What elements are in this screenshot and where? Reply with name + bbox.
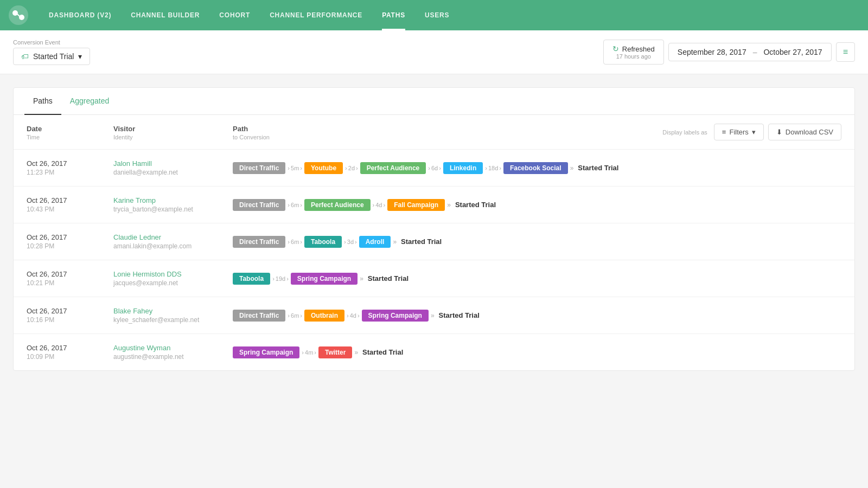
svg-point-2 [19,15,24,20]
table-row: Oct 26, 201710:43 PMKarine Tromptrycia_b… [14,186,854,223]
path-duration-4-1: 4d [350,312,356,319]
path-tag-5-0: Spring Campaign [233,346,299,358]
toolbar-left: Conversion Event 🏷 Started Trial ▾ [13,39,90,65]
refresh-button[interactable]: ↻ Refreshed 17 hours ago [603,40,664,65]
filters-label: Filters [729,128,748,136]
path-duration-0-0: 5m [291,165,299,171]
col-path-sublabel: to Conversion [233,134,270,140]
nav-link-cohort[interactable]: COHORT [209,0,260,30]
visitor-email-4: kylee_schaefer@example.net [113,316,233,324]
visitor-name-0[interactable]: Jalon Hamill [113,159,233,168]
cell-path-3: Taboola› 19d ›Spring Campaign»Started Tr… [233,273,841,285]
cell-visitor-0: Jalon Hamilldaniella@example.net [113,159,233,176]
refresh-label: Refreshed [622,45,655,53]
table-row: Oct 26, 201710:21 PMLonie Hermiston DDSj… [14,260,854,297]
col-visitor-sublabel: Identity [113,134,233,140]
path-tag-2-2: Adroll [359,236,391,248]
nav-link-channel-performance[interactable]: CHANNEL PERFORMANCE [260,0,372,30]
date-main-2: Oct 26, 2017 [27,233,113,241]
path-tag-3-1: Spring Campaign [291,273,358,285]
paths-card: PathsAggregated Date Time Visitor Identi… [13,87,855,371]
refresh-ago: 17 hours ago [616,53,651,60]
cell-path-2: Direct Traffic› 6m ›Taboola› 3d ›Adroll»… [233,236,841,248]
path-tag-2-1: Taboola [304,236,342,248]
date-main-0: Oct 26, 2017 [27,159,113,168]
download-csv-label: Download CSV [786,128,833,136]
nav-link-users[interactable]: USERS [415,0,459,30]
date-main-4: Oct 26, 2017 [27,307,113,315]
filters-list-icon: ≡ [722,128,726,136]
conversion-event-value: Started Trial [33,52,74,61]
download-csv-button[interactable]: ⬇ Download CSV [768,124,841,140]
conversion-event-button[interactable]: 🏷 Started Trial ▾ [13,48,90,65]
path-conversion-1: Started Trial [455,201,496,209]
path-duration-5-0: 4m [305,349,313,356]
path-duration-1-0: 6m [291,202,299,208]
display-filter-icon-button[interactable]: ≡ [836,42,855,62]
navigation: DASHBOARD (V2)CHANNEL BUILDERCOHORTCHANN… [0,0,868,30]
cell-date-0: Oct 26, 201711:23 PM [27,159,113,176]
filters-button[interactable]: ≡ Filters ▾ [714,124,764,140]
path-tag-4-1: Outbrain [304,310,344,322]
path-duration-2-0: 6m [291,239,299,245]
path-tag-0-2: Perfect Audience [360,162,426,174]
display-labels-label: Display labels as [662,129,707,136]
logo[interactable] [9,5,28,25]
visitor-name-3[interactable]: Lonie Hermiston DDS [113,270,233,278]
path-duration-1-1: 4d [375,202,382,208]
cell-path-4: Direct Traffic› 6m ›Outbrain› 4d ›Spring… [233,310,841,322]
visitor-name-5[interactable]: Augustine Wyman [113,344,233,352]
date-main-5: Oct 26, 2017 [27,344,113,352]
visitor-name-4[interactable]: Blake Fahey [113,307,233,315]
path-conversion-4: Started Trial [439,311,480,319]
svg-point-1 [12,10,18,16]
download-icon: ⬇ [776,128,782,136]
main-content: PathsAggregated Date Time Visitor Identi… [0,74,868,384]
path-end-arrow-1: » [447,201,451,209]
date-range-button[interactable]: September 28, 2017 – October 27, 2017 [668,43,832,61]
visitor-email-0: daniella@example.net [113,169,233,176]
col-path-header: Path to Conversion [233,125,270,140]
visitor-name-2[interactable]: Claudie Ledner [113,233,233,241]
tab-aggregated[interactable]: Aggregated [61,88,118,115]
path-conversion-5: Started Trial [362,348,403,356]
date-time-1: 10:43 PM [27,206,113,213]
path-tag-4-0: Direct Traffic [233,310,285,322]
tab-paths[interactable]: Paths [24,88,61,115]
cell-path-5: Spring Campaign› 4m ›Twitter»Started Tri… [233,346,841,358]
date-time-0: 11:23 PM [27,169,113,176]
path-tag-1-1: Perfect Audience [304,199,371,211]
path-duration-0-1: 2d [348,165,355,171]
path-arrow-0-2: › 6d › [428,165,441,171]
nav-link-paths[interactable]: PATHS [372,0,415,30]
date-main-1: Oct 26, 2017 [27,196,113,204]
cell-visitor-4: Blake Faheykylee_schaefer@example.net [113,307,233,324]
nav-link-dashboard[interactable]: DASHBOARD (V2) [39,0,121,30]
path-conversion-3: Started Trial [368,274,409,282]
path-duration-0-2: 6d [431,165,438,171]
filters-arrow-icon: ▾ [752,128,756,136]
visitor-email-1: trycia_barton@example.net [113,206,233,213]
tabs: PathsAggregated [14,88,854,115]
path-arrow-4-1: › 4d › [347,312,360,319]
cell-path-0: Direct Traffic› 5m ›Youtube› 2d ›Perfect… [233,162,841,174]
path-tag-0-1: Youtube [304,162,343,174]
path-end-arrow-3: » [360,275,363,282]
path-duration-3-0: 19d [276,275,285,282]
path-arrow-0-1: › 2d › [345,165,358,171]
tag-icon: 🏷 [21,52,29,61]
cell-date-5: Oct 26, 201710:09 PM [27,344,113,361]
path-arrow-2-0: › 6m › [288,239,302,245]
path-tag-4-2: Spring Campaign [362,310,429,322]
date-end: October 27, 2017 [763,48,822,56]
nav-link-channel-builder[interactable]: CHANNEL BUILDER [121,0,209,30]
toolbar: Conversion Event 🏷 Started Trial ▾ ↻ Ref… [0,30,868,74]
cell-visitor-1: Karine Tromptrycia_barton@example.net [113,196,233,213]
col-date-label: Date [27,125,113,133]
col-date-header: Date Time [27,125,113,140]
refresh-icon: ↻ [612,44,619,53]
nav-links: DASHBOARD (V2)CHANNEL BUILDERCOHORTCHANN… [39,0,459,30]
path-conversion-0: Started Trial [578,164,618,172]
path-tag-3-0: Taboola [233,273,270,285]
visitor-name-1[interactable]: Karine Tromp [113,196,233,204]
